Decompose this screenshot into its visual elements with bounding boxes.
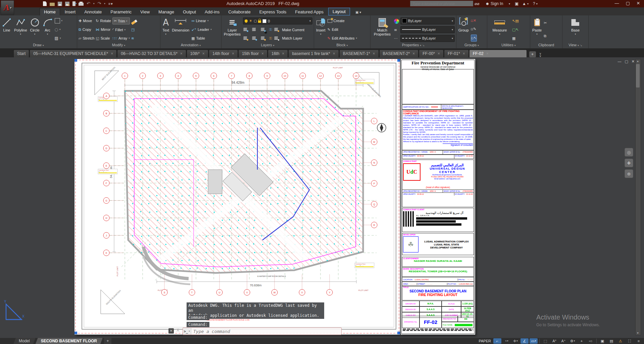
close-tab-icon[interactable]: × [486, 51, 489, 56]
fillet-button[interactable]: ◜Fillet▾ [112, 26, 130, 33]
command-close-icon[interactable]: ✕ [168, 328, 174, 334]
annotation-warning-icon[interactable]: ⚠ [616, 338, 625, 344]
ribbon-tab-featured-apps[interactable]: Featured Apps [291, 8, 328, 15]
help-icon[interactable]: ?▾ [533, 1, 538, 7]
close-tab-icon[interactable]: × [282, 51, 284, 56]
scroll-up-icon[interactable]: ▲ [636, 60, 640, 63]
save-icon[interactable] [58, 2, 62, 6]
zoom-extents-icon[interactable]: ⊕ [625, 169, 633, 178]
measure-button[interactable]: Measure▾ [489, 16, 511, 43]
scrollbar-thumb[interactable] [636, 64, 640, 88]
file-tab-15th-floor[interactable]: 15th floor× [238, 50, 267, 57]
tab-overflow-icon[interactable]: ∨∨ [539, 53, 542, 57]
selection-cycling-toggle[interactable]: ⬚ [541, 338, 549, 344]
table-button[interactable]: ▦Table [191, 35, 212, 42]
close-tab-icon[interactable]: × [333, 51, 335, 56]
ribbon-tab-manage[interactable]: Manage [154, 8, 178, 15]
lineweight-list-icon[interactable]: ≡ [394, 28, 399, 32]
trim-button[interactable]: ✂Trim▾ [112, 17, 130, 24]
steering-wheel-icon[interactable]: ◎ [625, 148, 633, 157]
close-tab-icon[interactable]: × [463, 51, 465, 56]
close-tab-icon[interactable]: × [232, 51, 234, 56]
ribbon-tab-layout[interactable]: Layout [328, 8, 350, 15]
ribbon-tab-output[interactable]: Output [179, 8, 200, 15]
vertical-scrollbar[interactable]: ▲ ▼ [635, 59, 641, 335]
doc-close-icon[interactable]: ✕ [632, 59, 635, 64]
file-tab-16th[interactable]: 16th× [268, 50, 288, 57]
web-mobile-icon[interactable] [72, 1, 76, 6]
file-tab-06-hvac-32-to-37-details-[interactable]: 06---HVAC-32 TO 37 DETAILS*× [117, 50, 186, 57]
move-button[interactable]: ✚Move [79, 18, 94, 24]
line-button[interactable]: Line [1, 16, 12, 43]
layer-unisolate-icon[interactable] [252, 37, 256, 40]
mirror-button[interactable]: ⋈Mirror [96, 26, 111, 33]
crosshair-toggle[interactable]: + [578, 338, 586, 344]
file-tab-ff-01-[interactable]: FF-01*× [444, 50, 469, 57]
file-tab-10th-[interactable]: 10th*× [187, 50, 208, 57]
close-tab-icon[interactable]: × [438, 51, 440, 56]
edit-attributes-button[interactable]: ✎Edit Attributes▾ [328, 35, 357, 42]
cut-button[interactable]: ✂ [544, 20, 547, 26]
close-tab-icon[interactable]: × [180, 51, 183, 56]
search-icon[interactable]: ⌀⌀ [475, 1, 479, 7]
close-tab-icon[interactable]: × [412, 51, 415, 56]
panel-label-block[interactable]: Block ▾ [314, 43, 370, 48]
ribbon-collapse-icon[interactable]: ▣ ▾ [355, 10, 361, 15]
customize-qat-icon[interactable]: ≡▾ [108, 2, 113, 6]
doc-minimize-icon[interactable]: — [617, 59, 621, 64]
redo-icon[interactable]: ↷ [97, 1, 101, 6]
file-tab-start[interactable]: Start [13, 50, 29, 57]
ribbon-tab-home[interactable]: Home [40, 8, 60, 15]
ribbon-tab-view[interactable]: View [136, 8, 154, 15]
explode-button[interactable]: ◳ [131, 26, 137, 33]
close-tab-icon[interactable]: × [202, 51, 205, 56]
app-store-icon[interactable]: ▣ [515, 1, 518, 7]
ribbon-tab-express-tools[interactable]: Express Tools [255, 8, 291, 15]
linetype-list-icon[interactable]: ⋯ [394, 37, 399, 40]
panel-label-annotation[interactable]: Annotation ▾ [160, 43, 221, 48]
arc-button[interactable]: Arc▾ [42, 16, 53, 43]
layer-select-combo[interactable]: ☀ ▢ 0 ▾ [243, 17, 312, 24]
clean-screen-icon[interactable]: ⛶ [626, 338, 634, 344]
copy-button[interactable]: ⧉Copy [79, 26, 94, 33]
scroll-down-icon[interactable]: ▼ [636, 332, 640, 335]
quick-calc-button[interactable]: ▦ [512, 35, 519, 42]
ribbon-tab-insert[interactable]: Insert [61, 8, 80, 15]
circle-button[interactable]: Circle▾ [29, 16, 41, 43]
panel-label-properties[interactable]: Properties ▾ ↘ [370, 43, 456, 48]
sign-in-button[interactable]: Sign In [491, 1, 503, 7]
file-tab-basement-1-fire-tank-[interactable]: basement 1 fire tank*× [288, 50, 339, 57]
model-tab[interactable]: Model [13, 338, 36, 344]
group-button[interactable]: ★ Group [458, 16, 469, 43]
layer-off-icon[interactable] [243, 28, 248, 32]
leader-button[interactable]: ↙°Leader▾ [191, 26, 212, 33]
workspace-gear-icon[interactable]: ⚙▾ [568, 338, 577, 344]
xref-clip-icon[interactable]: ▤ [607, 338, 615, 344]
panel-label-layers[interactable]: Layers ▾ [221, 43, 314, 48]
close-tab-icon[interactable]: × [261, 51, 264, 56]
dynamic-input-toggle[interactable]: A⁺ [559, 338, 567, 344]
insert-button[interactable]: Insert▾ [315, 16, 326, 43]
text-button[interactable]: A Text▾ [162, 16, 170, 43]
panel-label-clipboard[interactable]: Clipboard [530, 43, 562, 48]
close-button[interactable]: ✕ [633, 0, 643, 7]
layout-tab-second-basement[interactable]: SECOND BASEMENT FLOOR [36, 338, 103, 344]
application-menu-button[interactable]: A▾ [1, 0, 14, 15]
create-block-button[interactable]: ★Create [328, 18, 357, 24]
undo-icon[interactable]: ↶ [87, 1, 90, 6]
dimension-button[interactable]: Dimension [171, 16, 190, 43]
layer-bulb2-icon[interactable] [243, 37, 248, 40]
ungroup-button[interactable]: ▫✕ [471, 17, 477, 24]
file-tab-ff-02[interactable]: FF-02× [469, 50, 527, 57]
paste-button[interactable]: Paste▾ [532, 16, 542, 43]
hatch-icon[interactable]: ▨ [55, 36, 58, 40]
group-edit-button[interactable]: ▫✎ [471, 26, 477, 32]
panel-label-modify[interactable]: Modify ▾ [77, 43, 160, 48]
restore-button[interactable]: ▢ [623, 0, 633, 7]
quick-select-button[interactable]: ↖▤ [512, 18, 519, 24]
match-layer-button[interactable]: Match Layer [274, 35, 302, 42]
ortho-toggle[interactable]: ∠ [521, 338, 529, 344]
ribbon-tab-add-ins[interactable]: Add-ins [201, 8, 224, 15]
minimize-button[interactable]: — [612, 0, 622, 7]
ribbon-tab-parametric[interactable]: Parametric [106, 8, 136, 15]
